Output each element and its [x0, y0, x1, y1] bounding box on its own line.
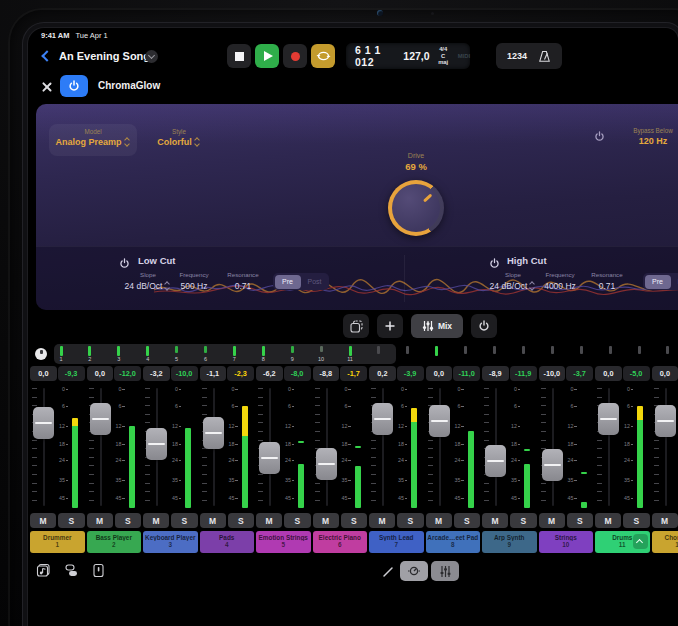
track-name-band[interactable]: Strings 10: [539, 531, 594, 553]
solo-button[interactable]: S: [171, 513, 197, 528]
lcd-display[interactable]: 6 1 1 012 127,0 4/4C maj MIDI: [346, 43, 470, 69]
volume-value[interactable]: -8,9: [482, 366, 509, 381]
pan-tick[interactable]: [349, 346, 352, 356]
duplicate-button[interactable]: [343, 314, 369, 338]
mute-button[interactable]: M: [200, 513, 226, 528]
high-cut-resonance[interactable]: Resonance 0.71: [577, 271, 637, 291]
solo-button[interactable]: S: [397, 513, 423, 528]
pan-tick[interactable]: [377, 346, 380, 354]
model-selector[interactable]: Model Analog Preamp: [49, 124, 137, 156]
mute-button[interactable]: M: [30, 513, 56, 528]
pan-tick[interactable]: [551, 346, 554, 354]
pan-tick[interactable]: [666, 346, 669, 354]
fader-handle[interactable]: [259, 442, 280, 474]
count-in-button[interactable]: 1234: [507, 51, 527, 61]
play-surface-icon[interactable]: [92, 563, 105, 582]
pre-button[interactable]: Pre: [275, 275, 301, 289]
mute-button[interactable]: M: [369, 513, 395, 528]
plugins-browser-icon[interactable]: [64, 563, 79, 582]
fader-handle[interactable]: [598, 403, 619, 435]
fader-handle[interactable]: [203, 417, 224, 449]
volume-value[interactable]: -10,0: [539, 366, 566, 381]
fader-handle[interactable]: [146, 428, 167, 460]
pan-tick[interactable]: [320, 346, 323, 352]
metronome-icon[interactable]: [538, 50, 551, 63]
mute-button[interactable]: M: [482, 513, 508, 528]
volume-value[interactable]: 0,2: [369, 366, 396, 381]
mute-button[interactable]: M: [595, 513, 621, 528]
peak-value[interactable]: -10,0: [171, 366, 198, 381]
edit-pencil-icon[interactable]: [381, 565, 395, 583]
peak-value[interactable]: -8,0: [284, 366, 311, 381]
low-cut-resonance[interactable]: Resonance 0.71: [213, 271, 273, 291]
peak-value[interactable]: -5,0: [623, 366, 650, 381]
mute-button[interactable]: M: [313, 513, 339, 528]
track-name-band[interactable]: Electric Piano 6: [313, 531, 368, 553]
pan-tick[interactable]: [291, 346, 294, 353]
pan-tick[interactable]: [175, 346, 178, 353]
add-track-button[interactable]: [377, 314, 403, 338]
mute-button[interactable]: M: [143, 513, 169, 528]
peak-value[interactable]: -11,9: [510, 366, 537, 381]
mute-button[interactable]: M: [256, 513, 282, 528]
mixer-power-button[interactable]: [471, 314, 497, 338]
peak-value[interactable]: -11,0: [453, 366, 480, 381]
stop-button[interactable]: [227, 44, 251, 68]
solo-button[interactable]: S: [341, 513, 367, 528]
pan-tick[interactable]: [580, 346, 583, 354]
pan-tick[interactable]: [204, 346, 207, 353]
pre-button[interactable]: Pre: [645, 275, 671, 289]
level-control[interactable]: Level 0.0: [658, 127, 678, 146]
song-title[interactable]: An Evening Song: [59, 50, 150, 62]
track-name-band[interactable]: Chorus V 12: [652, 531, 678, 553]
fader-handle[interactable]: [485, 445, 506, 477]
post-button[interactable]: Post: [302, 275, 328, 289]
bypass-power-button[interactable]: [594, 128, 605, 146]
pan-tick[interactable]: [435, 346, 438, 356]
volume-value[interactable]: -3,2: [143, 366, 170, 381]
track-name-band[interactable]: Drummer 1: [30, 531, 85, 553]
track-name-band[interactable]: Drums 11: [595, 531, 650, 553]
track-name-band[interactable]: Pads 4: [200, 531, 255, 553]
peak-value[interactable]: -1,7: [340, 366, 367, 381]
volume-value[interactable]: -6,2: [256, 366, 283, 381]
controls-view-button[interactable]: [400, 561, 428, 581]
track-name-band[interactable]: Keyboard Player 3: [143, 531, 198, 553]
track-name-band[interactable]: Bass Player 2: [87, 531, 142, 553]
pan-tick[interactable]: [464, 346, 467, 354]
peak-value[interactable]: -9,3: [58, 366, 85, 381]
track-name-band[interactable]: Arcade…eet Pad 8: [426, 531, 481, 553]
post-button[interactable]: Post: [672, 275, 678, 289]
back-chevron-icon[interactable]: [38, 47, 54, 67]
cycle-button[interactable]: [311, 44, 335, 68]
pan-knob-icon[interactable]: [35, 348, 47, 360]
volume-value[interactable]: -8,8: [313, 366, 340, 381]
pan-tick[interactable]: [233, 346, 236, 356]
pan-tick[interactable]: [262, 346, 265, 356]
fader-handle[interactable]: [90, 403, 111, 435]
solo-button[interactable]: S: [284, 513, 310, 528]
solo-button[interactable]: S: [115, 513, 141, 528]
record-button[interactable]: [283, 44, 307, 68]
chevron-up-icon[interactable]: [633, 534, 648, 549]
mixer-view-button[interactable]: [431, 561, 459, 581]
fader-handle[interactable]: [429, 405, 450, 437]
solo-button[interactable]: S: [623, 513, 649, 528]
pan-tick[interactable]: [117, 346, 120, 356]
volume-value[interactable]: 0,0: [426, 366, 453, 381]
peak-value[interactable]: -12,0: [114, 366, 141, 381]
mute-button[interactable]: M: [652, 513, 678, 528]
volume-value[interactable]: 0,0: [595, 366, 622, 381]
volume-value[interactable]: 0,0: [652, 366, 678, 381]
volume-value[interactable]: -1,1: [200, 366, 227, 381]
track-name-band[interactable]: Emotion Strings 5: [256, 531, 311, 553]
fader-handle[interactable]: [316, 448, 337, 480]
plugin-power-button[interactable]: [60, 75, 88, 97]
fader-handle[interactable]: [655, 405, 676, 437]
pan-tick[interactable]: [522, 346, 525, 354]
peak-value[interactable]: -3,7: [566, 366, 593, 381]
pan-tick[interactable]: [146, 346, 149, 356]
solo-button[interactable]: S: [58, 513, 84, 528]
pan-tick[interactable]: [493, 346, 496, 354]
pan-tick[interactable]: [406, 346, 409, 354]
